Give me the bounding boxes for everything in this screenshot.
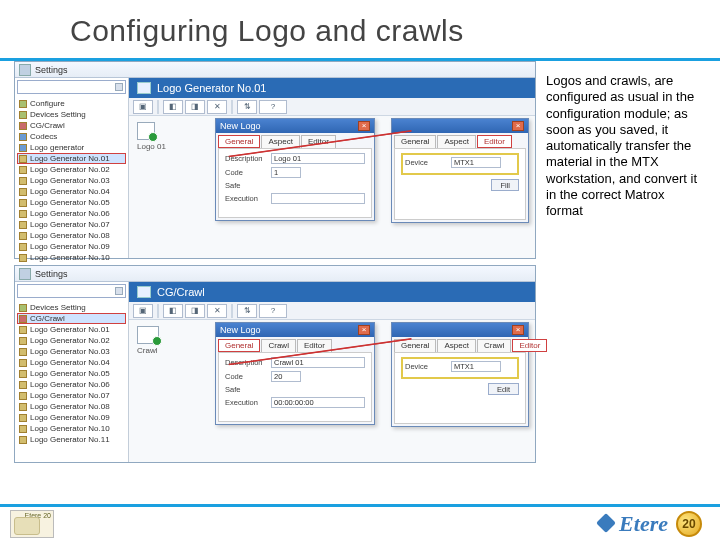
device-select[interactable]: MTX1 xyxy=(451,157,501,168)
tree-item[interactable]: Logo Generator No.10 xyxy=(17,252,126,263)
tab-aspect[interactable]: Aspect xyxy=(437,339,475,352)
tree-node-icon xyxy=(19,425,27,433)
tree-item[interactable]: Logo Generator No.11 xyxy=(17,434,126,445)
tree-item[interactable]: Logo Generator No.06 xyxy=(17,379,126,390)
window-titlebar[interactable]: Settings xyxy=(15,266,535,282)
tree-item-label: Logo Generator No.01 xyxy=(30,153,110,164)
tree-item[interactable]: Logo generator xyxy=(17,142,126,153)
tree-item[interactable]: Logo Generator No.09 xyxy=(17,241,126,252)
editor-dialog[interactable]: × General Aspect Editor DeviceMTX1 Fill xyxy=(391,118,529,223)
sidebar-combo[interactable] xyxy=(17,284,126,298)
sidebar-combo[interactable] xyxy=(17,80,126,94)
tree-item[interactable]: Logo Generator No.03 xyxy=(17,346,126,357)
toolbar-btn[interactable]: ⇅ xyxy=(237,100,257,114)
tab-editor[interactable]: Editor xyxy=(477,135,512,148)
tree-node-icon xyxy=(19,254,27,262)
tree-item[interactable]: Logo Generator No.02 xyxy=(17,335,126,346)
code-field[interactable]: 20 xyxy=(271,371,301,382)
toolbar-btn[interactable]: ✕ xyxy=(207,100,227,114)
fill-button[interactable]: Fill xyxy=(491,179,519,191)
tree-item-label: Logo Generator No.03 xyxy=(30,175,110,186)
toolbar-btn[interactable]: ✕ xyxy=(207,304,227,318)
tree-node-icon xyxy=(19,232,27,240)
close-icon[interactable]: × xyxy=(358,121,370,131)
close-icon[interactable]: × xyxy=(358,325,370,335)
tree-node-icon xyxy=(19,337,27,345)
new-logo-dialog[interactable]: New Logo × General Crawl Editor Descript… xyxy=(215,322,375,425)
dialog-titlebar[interactable]: New Logo × xyxy=(216,323,374,337)
tree-item[interactable]: Logo Generator No.08 xyxy=(17,230,126,241)
code-field[interactable]: 1 xyxy=(271,167,301,178)
tab-general[interactable]: General xyxy=(218,135,260,148)
device-select[interactable]: MTX1 xyxy=(451,361,501,372)
tree-item[interactable]: Logo Generator No.10 xyxy=(17,423,126,434)
medal-icon: 20 xyxy=(676,511,702,537)
tree-item[interactable]: CG/Crawl xyxy=(17,313,126,324)
tree-item[interactable]: Devices Setting xyxy=(17,109,126,120)
new-logo-dialog[interactable]: New Logo × General Aspect Editor Descrip… xyxy=(215,118,375,221)
config-tree[interactable]: Devices SettingCG/CrawlLogo Generator No… xyxy=(17,302,126,445)
tree-node-icon xyxy=(19,177,27,185)
edit-button[interactable]: Edit xyxy=(488,383,519,395)
execution-field[interactable] xyxy=(271,193,365,204)
tab-general[interactable]: General xyxy=(394,135,436,148)
field-label: Code xyxy=(225,372,267,381)
tree-item[interactable]: Logo Generator No.01 xyxy=(17,153,126,164)
dialog-title: New Logo xyxy=(220,325,261,335)
tab-crawl[interactable]: Crawl xyxy=(477,339,511,352)
close-icon[interactable]: × xyxy=(512,325,524,335)
tab-crawl[interactable]: Crawl xyxy=(261,339,295,352)
execution-field[interactable]: 00:00:00:00 xyxy=(271,397,365,408)
tree-item[interactable]: Codecs xyxy=(17,131,126,142)
toolbar-btn[interactable]: ? xyxy=(259,304,287,318)
toolbar: ▣ ◧ ◨ ✕ ⇅ ? xyxy=(129,302,535,320)
tree-item[interactable]: Devices Setting xyxy=(17,302,126,313)
tree-item-label: Logo Generator No.10 xyxy=(30,252,110,263)
toolbar-sep xyxy=(157,304,159,318)
window-titlebar[interactable]: Settings xyxy=(15,62,535,78)
toolbar-btn[interactable]: ◧ xyxy=(163,304,183,318)
tree-item[interactable]: Logo Generator No.01 xyxy=(17,324,126,335)
tree-item-label: Logo Generator No.09 xyxy=(30,412,110,423)
highlighted-field-group: DeviceMTX1 xyxy=(401,153,519,175)
tree-item[interactable]: Logo Generator No.04 xyxy=(17,357,126,368)
tree-item[interactable]: Logo Generator No.09 xyxy=(17,412,126,423)
tree-item-label: Logo Generator No.06 xyxy=(30,208,110,219)
toolbar-btn[interactable]: ◧ xyxy=(163,100,183,114)
crawl-thumbnail[interactable] xyxy=(137,326,159,344)
logo-thumbnail[interactable] xyxy=(137,122,155,140)
dialog-titlebar[interactable]: New Logo × xyxy=(216,119,374,133)
tree-item[interactable]: Logo Generator No.02 xyxy=(17,164,126,175)
tree-item[interactable]: Logo Generator No.06 xyxy=(17,208,126,219)
close-icon[interactable]: × xyxy=(512,121,524,131)
tree-item[interactable]: Logo Generator No.05 xyxy=(17,197,126,208)
chevron-down-icon xyxy=(115,287,123,295)
toolbar-btn[interactable]: ◨ xyxy=(185,304,205,318)
toolbar-btn[interactable]: ⇅ xyxy=(237,304,257,318)
tree-item[interactable]: Logo Generator No.08 xyxy=(17,401,126,412)
tree-item[interactable]: Logo Generator No.07 xyxy=(17,219,126,230)
toolbar-btn[interactable]: ▣ xyxy=(133,100,153,114)
tree-item[interactable]: Logo Generator No.04 xyxy=(17,186,126,197)
toolbar-btn[interactable]: ? xyxy=(259,100,287,114)
description-field[interactable]: Crawl 01 xyxy=(271,357,365,368)
dialog-titlebar[interactable]: × xyxy=(392,119,528,133)
description-field[interactable]: Logo 01 xyxy=(271,153,365,164)
tree-item[interactable]: Configure xyxy=(17,98,126,109)
tree-item[interactable]: CG/Crawl xyxy=(17,120,126,131)
tab-general[interactable]: General xyxy=(218,339,260,352)
tab-general[interactable]: General xyxy=(394,339,436,352)
toolbar-btn[interactable]: ◨ xyxy=(185,100,205,114)
tab-aspect[interactable]: Aspect xyxy=(437,135,475,148)
tree-item[interactable]: Logo Generator No.05 xyxy=(17,368,126,379)
field-label: Execution xyxy=(225,194,267,203)
dialog-titlebar[interactable]: × xyxy=(392,323,528,337)
toolbar-btn[interactable]: ▣ xyxy=(133,304,153,318)
tree-item[interactable]: Logo Generator No.03 xyxy=(17,175,126,186)
config-tree[interactable]: ConfigureDevices SettingCG/CrawlCodecsLo… xyxy=(17,98,126,263)
tab-editor[interactable]: Editor xyxy=(512,339,547,352)
dialog-title: New Logo xyxy=(220,121,261,131)
tree-item[interactable]: Logo Generator No.07 xyxy=(17,390,126,401)
editor-dialog[interactable]: × General Aspect Crawl Editor DeviceMTX1 xyxy=(391,322,529,427)
toolbar-sep xyxy=(231,304,233,318)
